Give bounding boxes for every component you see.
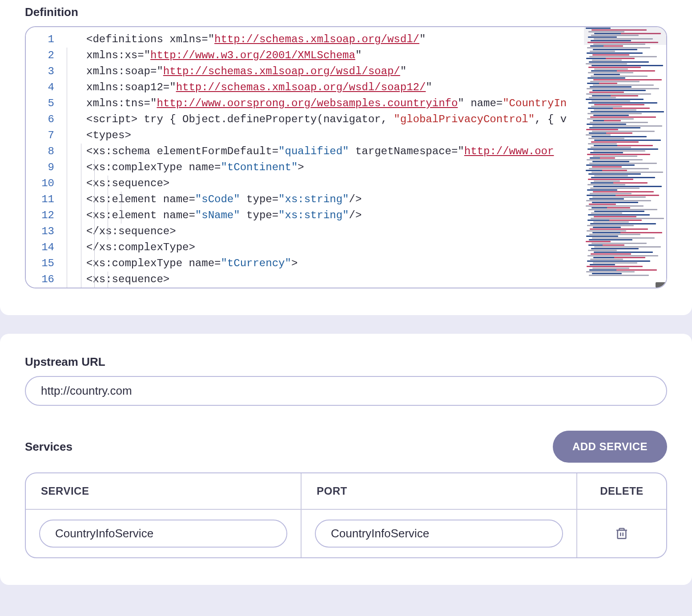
services-table: SERVICE PORT DELETE bbox=[25, 472, 667, 558]
add-service-button[interactable]: ADD SERVICE bbox=[553, 431, 667, 463]
upstream-url-label: Upstream URL bbox=[25, 355, 667, 369]
upstream-services-card: Upstream URL Services ADD SERVICE SERVIC… bbox=[0, 334, 692, 585]
definition-card: Definition 1234567891011121314151617 <de… bbox=[0, 0, 692, 315]
services-header-row: SERVICE PORT DELETE bbox=[26, 473, 666, 510]
service-name-input[interactable] bbox=[39, 520, 287, 548]
definition-label: Definition bbox=[25, 5, 667, 19]
svg-rect-0 bbox=[618, 530, 626, 539]
minimap-viewport[interactable] bbox=[584, 27, 666, 45]
service-port-input[interactable] bbox=[315, 520, 563, 548]
code-minimap[interactable] bbox=[584, 27, 666, 288]
code-area[interactable]: <definitions xmlns="http://schemas.xmlso… bbox=[65, 27, 666, 288]
col-port: PORT bbox=[302, 473, 577, 509]
upstream-url-input[interactable] bbox=[25, 376, 667, 406]
delete-service-button[interactable] bbox=[612, 524, 631, 543]
minimap-scrollbar-thumb[interactable] bbox=[656, 282, 666, 288]
table-row bbox=[26, 510, 666, 557]
trash-icon bbox=[615, 527, 629, 541]
code-gutter: 1234567891011121314151617 bbox=[26, 27, 65, 288]
services-label: Services bbox=[25, 440, 72, 454]
col-delete: DELETE bbox=[577, 473, 666, 509]
code-editor[interactable]: 1234567891011121314151617 <definitions x… bbox=[25, 26, 667, 288]
col-service: SERVICE bbox=[26, 473, 302, 509]
